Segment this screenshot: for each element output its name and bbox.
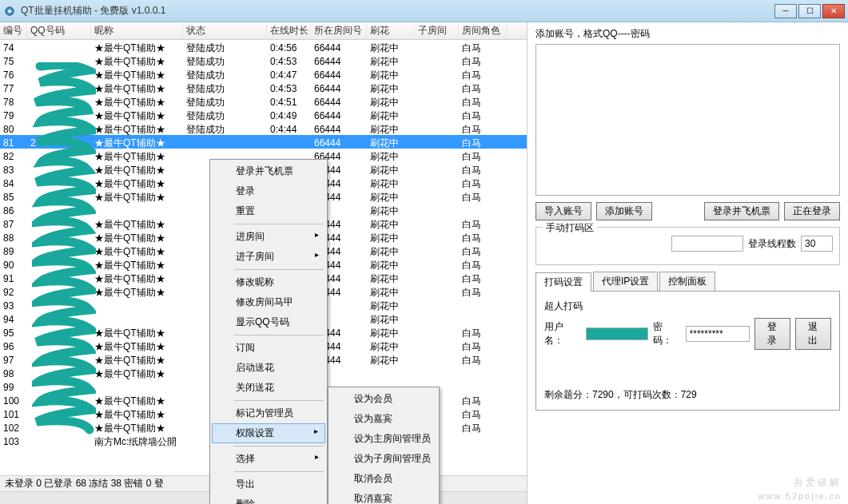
logging-button[interactable]: 正在登录 [784,202,840,220]
cell: 0:4:51 [267,94,311,108]
cell: 白马 [459,94,507,108]
menu-item[interactable]: 进子房间 [212,247,325,267]
table-row[interactable]: 79★最牛QT辅助★登陆成功0:4:4966444刷花中白马 [0,108,527,121]
column-header[interactable]: 子房间 [415,22,459,39]
column-header[interactable]: 在线时长 [267,22,311,39]
menu-item[interactable]: 设为子房间管理员 [330,449,437,469]
menu-item[interactable]: 选择 [212,449,325,469]
credits-text: 剩余题分：7290，可打码次数：729 [544,388,831,402]
menu-item[interactable]: 设为主房间管理员 [330,429,437,449]
tab[interactable]: 打码设置 [535,272,591,292]
column-header[interactable]: QQ号码 [27,22,91,39]
menu-item[interactable]: 设为嘉宾 [330,409,437,429]
menu-item[interactable]: 登录 [212,181,325,201]
column-header[interactable]: 昵称 [91,22,183,39]
cell: 0:4:49 [267,108,311,121]
menu-item[interactable]: 标记为管理员 [212,403,325,423]
captcha-input[interactable] [671,236,743,252]
menu-item[interactable]: 启动送花 [212,358,325,378]
cell: 白马 [459,108,507,121]
cell: 白马 [459,216,507,230]
import-button[interactable]: 导入账号 [535,202,591,220]
cell: 92 [0,284,27,298]
table-row[interactable]: 75★最牛QT辅助★登陆成功0:4:5366444刷花中白马 [0,54,527,67]
cell: 76 [0,67,27,81]
cell [27,81,91,94]
menu-item[interactable]: 取消会员 [330,469,437,489]
cell: 刷花中 [367,339,415,352]
login-fly-button[interactable]: 登录并飞机票 [704,202,779,220]
title-bar: QT批量挂机辅助 - 免费版 v1.0.0.1 ─ ☐ ✕ [0,0,848,22]
menu-item[interactable]: 订阅 [212,338,325,358]
cell [415,312,459,325]
dama-login-button[interactable]: 登录 [754,318,790,350]
menu-item[interactable]: 设为会员 [330,389,437,409]
context-menu[interactable]: 登录并飞机票登录重置进房间进子房间修改昵称修改房间马甲显示QQ号码订阅启动送花关… [209,159,328,504]
cell: 刷花中 [367,135,415,149]
column-header[interactable]: 编号 [0,22,27,39]
cell [27,121,91,135]
menu-item[interactable]: 关闭送花 [212,378,325,398]
cell [27,352,91,366]
table-row[interactable]: 74★最牛QT辅助★登陆成功0:4:5666444刷花中白马 [0,40,527,54]
cell: 103 [0,434,27,447]
cell: 0:4:53 [267,81,311,94]
column-header[interactable]: 房间角色 [459,22,507,39]
dama-logout-button[interactable]: 退出 [795,318,831,350]
cell: 90 [0,257,27,271]
column-header[interactable]: 刷花 [367,22,415,39]
cell [27,434,91,447]
menu-item[interactable]: 重置 [212,201,325,221]
cell [27,393,91,407]
close-button[interactable]: ✕ [822,4,845,18]
cell: 85 [0,189,27,203]
cell: ★最牛QT辅助★ [91,162,183,176]
menu-item[interactable]: 修改房间马甲 [212,292,325,312]
cell [27,40,91,54]
menu-item[interactable]: 显示QQ号码 [212,312,325,332]
app-icon [3,5,16,18]
cell [415,149,459,162]
menu-separator [234,471,324,472]
table-row[interactable]: 812 27★最牛QT辅助★66444刷花中白马 [0,135,527,149]
table-row[interactable]: 76★最牛QT辅助★登陆成功0:4:4766444刷花中白马 [0,67,527,81]
cell [27,203,91,216]
cell: 登陆成功 [183,108,267,121]
cell [27,149,91,162]
cell [267,135,311,149]
cell: ★最牛QT辅助★ [91,81,183,94]
context-submenu[interactable]: 设为会员设为嘉宾设为主房间管理员设为子房间管理员取消会员取消嘉宾取消主房间管理员… [328,387,440,504]
cell: 87 [0,216,27,230]
cell: ★最牛QT辅助★ [91,176,183,189]
menu-item[interactable]: 取消嘉宾 [330,489,437,504]
menu-item[interactable]: 权限设置 [212,423,325,443]
cell: 白马 [459,230,507,244]
cell [91,203,183,216]
menu-item[interactable]: 导出 [212,474,325,494]
cell: 刷花中 [367,312,415,325]
password-input[interactable] [686,326,750,342]
username-label: 用户名： [544,320,581,347]
menu-item[interactable]: 登录并飞机票 [212,161,325,181]
thread-count-input[interactable] [801,236,833,252]
menu-item[interactable]: 进房间 [212,227,325,247]
tab[interactable]: 控制面板 [659,272,715,291]
column-header[interactable]: 状态 [183,22,267,39]
table-row[interactable]: 77★最牛QT辅助★登陆成功0:4:5366444刷花中白马 [0,81,527,94]
cell: 白马 [459,149,507,162]
menu-item[interactable]: 修改昵称 [212,272,325,292]
minimize-button[interactable]: ─ [774,4,797,18]
cell: 登陆成功 [183,54,267,67]
cell [459,366,507,379]
username-input[interactable] [586,327,647,340]
add-button[interactable]: 添加账号 [596,202,652,220]
tab[interactable]: 代理IP设置 [593,272,658,291]
table-row[interactable]: 80★最牛QT辅助★登陆成功0:4:4466444刷花中白马 [0,121,527,135]
account-textarea[interactable] [535,44,840,196]
cell [415,244,459,257]
table-row[interactable]: 78★最牛QT辅助★登陆成功0:4:5166444刷花中白马 [0,94,527,108]
cell: 刷花中 [367,40,415,54]
column-header[interactable]: 所在房间号 [311,22,367,39]
menu-item[interactable]: 删除 [212,494,325,504]
maximize-button[interactable]: ☐ [798,4,821,18]
